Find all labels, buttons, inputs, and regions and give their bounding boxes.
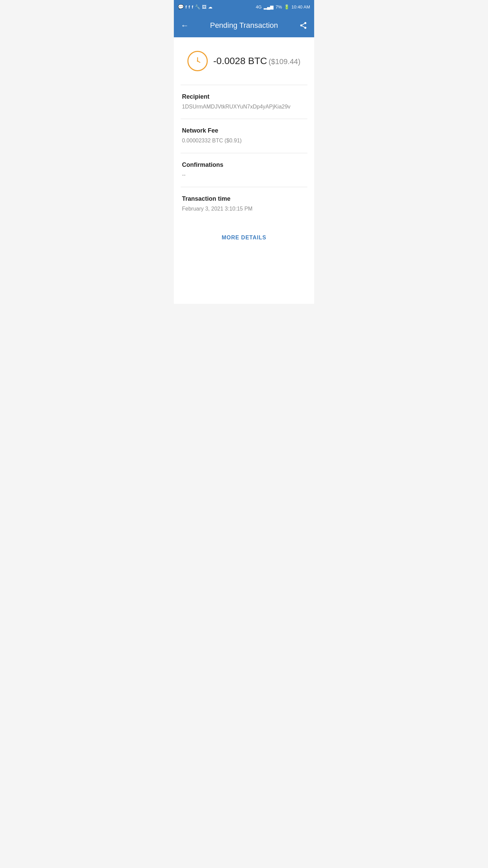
- svg-point-0: [304, 22, 306, 24]
- facebook-icon-2: f: [188, 4, 190, 9]
- svg-line-4: [302, 24, 305, 25]
- back-button[interactable]: ←: [181, 21, 189, 29]
- amount-btc: -0.0028 BTC: [213, 56, 267, 66]
- pending-clock-icon: [187, 51, 208, 71]
- confirmations-row: Confirmations --: [174, 153, 314, 187]
- status-bar-notifications: 💬 f f f 🔧 🖼 ☁: [178, 4, 212, 9]
- tool-icon: 🔧: [195, 4, 200, 9]
- status-bar: 💬 f f f 🔧 🖼 ☁ 4G ▂▄▆ 7% 🔋 10:40 AM: [174, 0, 314, 14]
- amount-section: -0.0028 BTC ($109.44): [174, 37, 314, 85]
- clock-svg: [191, 54, 204, 68]
- transaction-time-label: Transaction time: [182, 195, 306, 202]
- svg-point-7: [197, 60, 198, 62]
- recipient-label: Recipient: [182, 93, 306, 100]
- signal-icon: ▂▄▆: [264, 4, 273, 9]
- confirmations-value: --: [182, 171, 306, 179]
- recipient-row: Recipient 1DSUrmAMDJVtkRUXYuN7xDp4yAPjKi…: [174, 85, 314, 119]
- share-icon: [299, 21, 307, 29]
- message-icon: 💬: [178, 4, 184, 9]
- network-fee-value: 0.00002332 BTC ($0.91): [182, 137, 306, 144]
- network-fee-label: Network Fee: [182, 127, 306, 134]
- confirmations-label: Confirmations: [182, 161, 306, 169]
- more-details-section: MORE DETAILS: [174, 221, 314, 254]
- network-fee-row: Network Fee 0.00002332 BTC ($0.91): [174, 119, 314, 153]
- image-icon: 🖼: [202, 4, 206, 9]
- status-bar-info: 4G ▂▄▆ 7% 🔋 10:40 AM: [256, 4, 310, 9]
- transaction-time-row: Transaction time February 3, 2021 3:10:1…: [174, 187, 314, 221]
- amount-usd: ($109.44): [269, 57, 301, 66]
- network-type: 4G: [256, 4, 262, 9]
- amount-display: -0.0028 BTC ($109.44): [213, 56, 300, 66]
- battery-icon: 🔋: [284, 4, 289, 9]
- clock-time: 10:40 AM: [291, 4, 310, 9]
- more-details-button[interactable]: MORE DETAILS: [222, 235, 266, 241]
- svg-point-2: [304, 27, 306, 29]
- svg-line-3: [302, 26, 305, 27]
- svg-point-1: [300, 24, 302, 26]
- facebook-icon-1: f: [185, 4, 187, 9]
- transaction-time-value: February 3, 2021 3:10:15 PM: [182, 205, 306, 213]
- recipient-value: 1DSUrmAMDJVtkRUXYuN7xDp4yAPjKia29v: [182, 103, 306, 111]
- cloud-icon: ☁: [208, 4, 212, 9]
- share-button[interactable]: [299, 21, 307, 29]
- page-title: Pending Transaction: [210, 21, 278, 30]
- facebook-icon-3: f: [192, 4, 193, 9]
- battery-level: 7%: [276, 4, 282, 9]
- app-bar: ← Pending Transaction: [174, 14, 314, 37]
- main-content: -0.0028 BTC ($109.44) Recipient 1DSUrmAM…: [174, 37, 314, 304]
